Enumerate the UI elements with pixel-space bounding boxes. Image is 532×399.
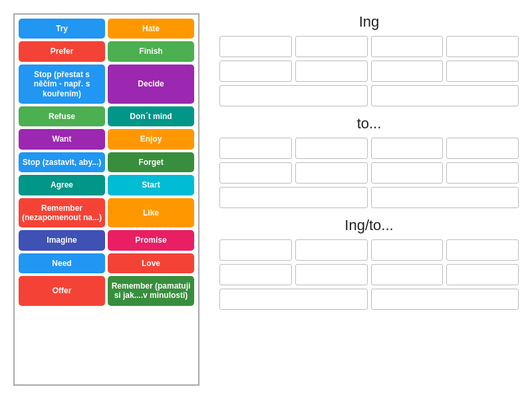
drop-box-ing-r0-c3[interactable] [446, 36, 519, 57]
word-btn-try[interactable]: Try [19, 19, 105, 39]
drop-box-to-r1-c1[interactable] [295, 162, 368, 184]
drop-grid-to-row0 [219, 138, 519, 159]
word-btn-enjoy[interactable]: Enjoy [108, 129, 194, 149]
drop-box-ingto-r2-c1[interactable] [371, 289, 519, 310]
drop-grid-to-row2 [219, 187, 519, 208]
word-btn-start[interactable]: Start [108, 175, 194, 195]
drop-box-ingto-r0-c3[interactable] [446, 239, 519, 261]
word-btn-stop2[interactable]: Stop (zastavit, aby...) [19, 152, 105, 172]
drop-box-ingto-r1-c1[interactable] [295, 264, 368, 285]
drop-box-ingto-r2-c0[interactable] [219, 289, 368, 310]
section-title-ing: Ing [219, 13, 519, 31]
drop-box-ing-r0-c0[interactable] [219, 36, 292, 57]
drop-box-to-r1-c0[interactable] [219, 162, 292, 184]
drop-box-ingto-r1-c3[interactable] [446, 264, 519, 285]
drop-grid-ing-row2 [219, 85, 519, 106]
word-btn-remember2[interactable]: Remember (pamatuji si jak....v minulosti… [108, 276, 194, 306]
drop-grid-ingto-row2 [219, 289, 519, 310]
drop-box-ingto-r1-c2[interactable] [371, 264, 444, 285]
word-btn-need[interactable]: Need [19, 253, 105, 273]
left-panel: TryHatePreferFinishStop (přestat s něčím… [13, 13, 200, 386]
drop-box-ing-r2-c0[interactable] [219, 85, 368, 106]
drop-box-to-r0-c3[interactable] [446, 138, 519, 159]
word-btn-dontmind[interactable]: Don´t mind [108, 106, 194, 126]
drop-box-to-r1-c2[interactable] [371, 162, 444, 184]
word-btn-forget[interactable]: Forget [108, 152, 194, 172]
word-btn-decide[interactable]: Decide [108, 65, 194, 104]
drop-box-ing-r1-c1[interactable] [295, 61, 368, 82]
drop-box-to-r2-c1[interactable] [371, 187, 519, 208]
drop-box-ingto-r0-c2[interactable] [371, 239, 444, 261]
drop-box-ing-r0-c1[interactable] [295, 36, 368, 57]
drop-box-ingto-r1-c0[interactable] [219, 264, 292, 285]
section-ingto: Ing/to... [219, 217, 519, 313]
drop-box-to-r0-c1[interactable] [295, 138, 368, 159]
section-title-to: to... [219, 115, 519, 132]
drop-box-ing-r1-c3[interactable] [446, 61, 519, 82]
drop-box-ing-r0-c2[interactable] [371, 36, 444, 57]
word-btn-imagine[interactable]: Imagine [19, 230, 105, 250]
drop-box-ing-r1-c0[interactable] [219, 61, 292, 82]
drop-box-ingto-r0-c0[interactable] [219, 239, 292, 261]
right-panel: Ingto...Ing/to... [200, 13, 519, 386]
word-btn-promise[interactable]: Promise [108, 230, 194, 250]
drop-box-to-r0-c0[interactable] [219, 138, 292, 159]
section-ing: Ing [219, 13, 519, 110]
word-btn-finish[interactable]: Finish [108, 41, 194, 61]
word-btn-agree[interactable]: Agree [19, 175, 105, 195]
drop-grid-ingto-row1 [219, 264, 519, 285]
word-btn-hate[interactable]: Hate [108, 19, 194, 39]
drop-grid-ingto-row0 [219, 239, 519, 261]
drop-box-ingto-r0-c1[interactable] [295, 239, 368, 261]
drop-box-to-r0-c2[interactable] [371, 138, 444, 159]
drop-box-to-r2-c0[interactable] [219, 187, 368, 208]
drop-box-ing-r2-c1[interactable] [371, 85, 519, 106]
word-btn-remember1[interactable]: Remember (nezapomenout na...) [19, 198, 105, 228]
word-btn-like[interactable]: Like [108, 198, 194, 228]
section-to: to... [219, 115, 519, 211]
word-btn-stop1[interactable]: Stop (přestat s něčím - např. s kouřením… [19, 65, 105, 104]
drop-grid-to-row1 [219, 162, 519, 184]
drop-grid-ing-row0 [219, 36, 519, 57]
drop-grid-ing-row1 [219, 61, 519, 82]
drop-box-ing-r1-c2[interactable] [371, 61, 444, 82]
word-btn-prefer[interactable]: Prefer [19, 41, 105, 61]
word-btn-offer[interactable]: Offer [19, 276, 105, 306]
word-btn-want[interactable]: Want [19, 129, 105, 149]
word-btn-love[interactable]: Love [108, 253, 194, 273]
drop-box-to-r1-c3[interactable] [446, 162, 519, 184]
section-title-ingto: Ing/to... [219, 217, 519, 234]
word-btn-refuse[interactable]: Refuse [19, 106, 105, 126]
